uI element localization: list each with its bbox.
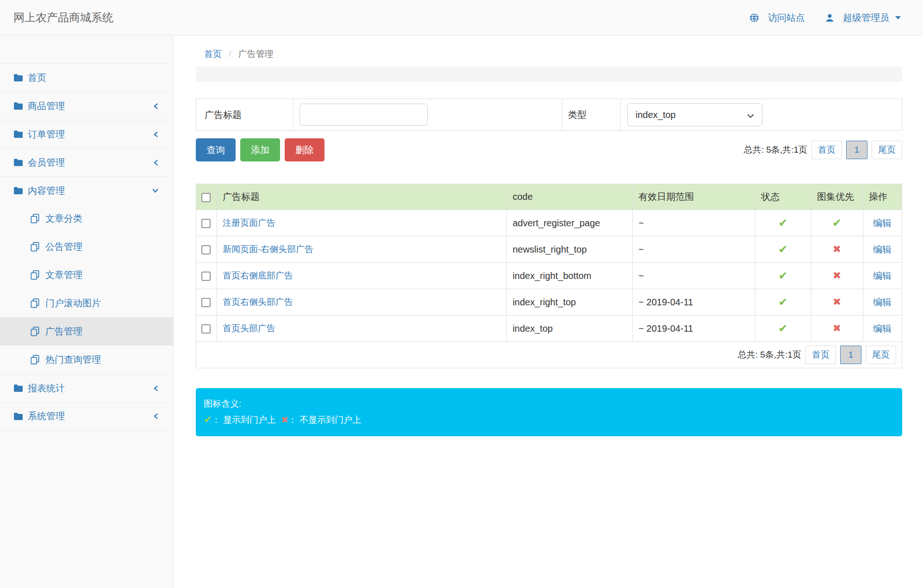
row-checkbox[interactable] [201, 324, 211, 334]
chevron-left-icon [153, 102, 159, 110]
edit-link[interactable]: 编辑 [873, 218, 892, 228]
table-row: 注册页面广告 advert_register_page ~ ✔ ✔ 编辑 [196, 210, 902, 236]
sidebar-item-label: 首页 [28, 72, 46, 84]
filter-form: 广告标题 类型 index_top [196, 99, 902, 131]
gallery-icon: ✖ [833, 296, 841, 308]
sidebar-item-label: 广告管理 [45, 325, 82, 338]
top-header: 网上农产品商城系统 访问站点 超级管理员 [0, 0, 923, 36]
pagination-summary: 总共: 5条,共:1页 [744, 144, 807, 156]
status-icon: ✔ [779, 243, 788, 255]
sidebar-item-label: 报表统计 [28, 382, 65, 395]
type-label: 类型 [562, 99, 621, 130]
col-header-status: 状态 [755, 184, 811, 210]
sidebar-item-reports[interactable]: 报表统计 [0, 374, 173, 402]
sidebar-item-label: 文章管理 [45, 269, 82, 281]
folder-icon [13, 186, 23, 195]
folder-icon [13, 130, 23, 138]
folder-icon [13, 74, 23, 82]
pagination-bottom: 总共: 5条,共:1页 首页 1 尾页 [196, 346, 896, 364]
legend-line: ✔： 显示到门户上 ✖： 不显示到门户上 [204, 411, 894, 428]
row-checkbox[interactable] [201, 219, 211, 228]
sidebar-item-label: 订单管理 [28, 128, 65, 141]
copy-icon [30, 326, 41, 337]
row-checkbox[interactable] [201, 298, 211, 307]
ads-table: 广告标题 code 有效日期范围 状态 图集优先 操作 注册页面广告 adver… [196, 184, 902, 368]
edit-link[interactable]: 编辑 [873, 323, 892, 334]
sidebar-item-system[interactable]: 系统管理 [0, 402, 173, 430]
folder-icon [13, 158, 23, 167]
last-page-button[interactable]: 尾页 [872, 141, 902, 159]
icon-legend-box: 图标含义: ✔： 显示到门户上 ✖： 不显示到门户上 [196, 388, 902, 436]
cross-icon: ✖ [281, 415, 288, 425]
ad-title-label: 广告标题 [196, 99, 293, 130]
visit-site-link[interactable]: 访问站点 [749, 12, 805, 24]
ad-date-range: ~ [633, 263, 755, 289]
sidebar-item-label: 公告管理 [45, 241, 82, 253]
sidebar-item-article-category[interactable]: 文章分类 [0, 204, 173, 233]
check-icon: ✔ [204, 414, 212, 425]
type-select[interactable]: index_top [627, 103, 762, 126]
copy-icon [30, 241, 41, 253]
table-footer-row: 总共: 5条,共:1页 首页 1 尾页 [196, 342, 902, 368]
sidebar-item-ad-mgmt[interactable]: 广告管理 [0, 317, 173, 346]
folder-icon [13, 102, 23, 110]
gallery-icon: ✔ [832, 217, 842, 229]
edit-link[interactable]: 编辑 [873, 271, 892, 281]
user-icon [825, 13, 834, 22]
page-1-button[interactable]: 1 [840, 346, 861, 364]
chevron-left-icon [153, 412, 159, 420]
ad-title-link[interactable]: 首页头部广告 [223, 323, 275, 333]
table-row: 新闻页面-右侧头部广告 newslist_right_top ~ ✔ ✖ 编辑 [196, 236, 902, 263]
chevron-down-icon [747, 110, 754, 120]
row-checkbox[interactable] [201, 272, 211, 281]
copy-icon [30, 298, 41, 309]
sidebar-item-goods[interactable]: 商品管理 [0, 92, 173, 120]
visit-site-label: 访问站点 [768, 12, 805, 24]
ad-date-range: ~ [633, 210, 755, 236]
sidebar-item-orders[interactable]: 订单管理 [0, 120, 173, 148]
sidebar-item-content[interactable]: 内容管理 [0, 176, 173, 204]
first-page-button[interactable]: 首页 [811, 141, 842, 159]
row-checkbox[interactable] [201, 245, 211, 254]
add-button[interactable]: 添加 [240, 138, 280, 161]
caret-down-icon [895, 16, 901, 19]
col-header-date-range: 有效日期范围 [633, 184, 755, 210]
pagination-summary: 总共: 5条,共:1页 [738, 349, 801, 361]
edit-link[interactable]: 编辑 [873, 244, 892, 254]
ad-date-range: ~ [633, 236, 755, 263]
sidebar-item-article-mgmt[interactable]: 文章管理 [0, 261, 173, 289]
sidebar-item-label: 商品管理 [28, 100, 65, 112]
sidebar-item-notice-mgmt[interactable]: 公告管理 [0, 233, 173, 261]
breadcrumb-home-link[interactable]: 首页 [204, 49, 222, 59]
copy-icon [30, 270, 41, 281]
chevron-down-icon [151, 187, 159, 194]
sidebar-item-label: 门户滚动图片 [45, 297, 101, 309]
ad-title-link[interactable]: 注册页面广告 [223, 218, 275, 228]
select-all-checkbox[interactable] [201, 193, 211, 202]
sidebar-item-portal-slider[interactable]: 门户滚动图片 [0, 289, 173, 317]
status-icon: ✔ [779, 322, 788, 334]
ad-title-link[interactable]: 首页右侧头部广告 [223, 297, 293, 307]
ad-title-link[interactable]: 新闻页面-右侧头部广告 [223, 244, 313, 254]
first-page-button[interactable]: 首页 [805, 346, 836, 364]
folder-icon [13, 412, 23, 421]
col-header-action: 操作 [863, 184, 902, 210]
sidebar-item-home[interactable]: 首页 [0, 63, 173, 92]
col-header-code: code [507, 184, 633, 210]
delete-button[interactable]: 删除 [285, 138, 324, 161]
chevron-left-icon [153, 130, 159, 138]
sidebar-item-hot-query[interactable]: 热门查询管理 [0, 346, 173, 374]
globe-icon [749, 13, 759, 23]
sidebar-item-members[interactable]: 会员管理 [0, 148, 173, 176]
ad-code: advert_register_page [507, 210, 633, 236]
user-menu[interactable]: 超级管理员 [825, 12, 901, 24]
page-1-button[interactable]: 1 [846, 141, 867, 159]
last-page-button[interactable]: 尾页 [866, 346, 896, 364]
ad-title-input[interactable] [299, 104, 428, 126]
ad-title-link[interactable]: 首页右侧底部广告 [223, 271, 293, 280]
search-button[interactable]: 查询 [196, 138, 236, 161]
action-row: 查询 添加 删除 总共: 5条,共:1页 首页 1 尾页 [196, 138, 902, 161]
breadcrumb-separator: / [229, 49, 231, 59]
col-header-gallery: 图集优先 [811, 184, 863, 210]
edit-link[interactable]: 编辑 [873, 297, 892, 307]
